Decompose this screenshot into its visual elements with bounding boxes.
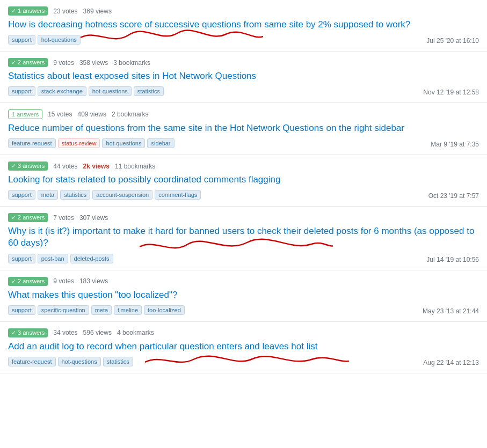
tag-meta[interactable]: meta (91, 305, 112, 315)
view-count: 183 views (79, 277, 108, 285)
question-bottom-row: supporthot-questionsJul 25 '20 at 16:10 (8, 35, 479, 45)
tag-account-suspension[interactable]: account-suspension (92, 190, 152, 200)
tags-row: supportmetastatisticsaccount-suspensionc… (8, 190, 201, 200)
tag-hot-questions[interactable]: hot-questions (102, 138, 145, 148)
question-item: ✓ 2 answers7 votes307 viewsWhy is it (is… (0, 207, 487, 270)
question-title[interactable]: How is decreasing hotness score of succe… (8, 19, 479, 31)
question-bottom-row: supportmetastatisticsaccount-suspensionc… (8, 190, 479, 200)
tags-row: supporthot-questions (8, 35, 81, 45)
tag-timeline[interactable]: timeline (114, 305, 142, 315)
view-count: 369 views (83, 8, 112, 15)
tag-feature-request[interactable]: feature-request (8, 357, 56, 366)
question-date: Jul 25 '20 at 16:10 (426, 37, 479, 45)
question-meta-top: 1 answers15 votes409 views2 bookmarks (8, 109, 479, 119)
tag-hot-questions[interactable]: hot-questions (58, 357, 101, 366)
tag-support[interactable]: support (8, 190, 35, 200)
bookmark-count: 3 bookmarks (113, 59, 150, 67)
tag-too-localized[interactable]: too-localized (144, 305, 185, 315)
tags-row: feature-requesthot-questionsstatistics (8, 357, 133, 366)
question-bottom-row: supportpost-bandeleted-postsJul 14 '19 a… (8, 254, 479, 263)
tag-statistics[interactable]: statistics (134, 86, 164, 96)
question-item: ✓ 2 answers9 votes183 viewsWhat makes th… (0, 270, 487, 322)
question-title[interactable]: Why is it (is it?) important to make it … (8, 225, 479, 249)
question-meta-top: ✓ 2 answers9 votes358 views3 bookmarks (8, 58, 479, 67)
tag-comment-flags[interactable]: comment-flags (155, 190, 201, 200)
question-date: Aug 22 '14 at 12:13 (423, 359, 479, 366)
question-item: ✓ 3 answers34 votes596 views4 bookmarksA… (0, 322, 487, 373)
view-count: 596 views (83, 329, 112, 336)
tags-row: supportstack-exchangehot-questionsstatis… (8, 86, 164, 96)
tag-support[interactable]: support (8, 86, 35, 96)
question-title[interactable]: Looking for stats related to possibly co… (8, 174, 479, 186)
view-count: 307 views (79, 214, 108, 222)
question-meta-top: ✓ 2 answers7 votes307 views (8, 213, 479, 222)
question-date: May 23 '13 at 21:44 (423, 307, 479, 315)
question-meta-top: ✓ 3 answers44 votes2k views11 bookmarks (8, 161, 479, 171)
vote-count: 23 votes (53, 8, 77, 15)
vote-count: 34 votes (53, 329, 77, 336)
question-title[interactable]: Add an audit log to record when particul… (8, 341, 479, 352)
question-title[interactable]: What makes this question "too localized"… (8, 289, 479, 301)
tag-status-review[interactable]: status-review (58, 138, 100, 148)
view-count: 2k views (83, 163, 110, 170)
question-date: Oct 23 '19 at 7:57 (428, 192, 479, 200)
tag-statistics[interactable]: statistics (103, 357, 133, 366)
question-bottom-row: supportstack-exchangehot-questionsstatis… (8, 86, 479, 96)
question-item: 1 answers15 votes409 views2 bookmarksRed… (0, 103, 487, 155)
question-title[interactable]: Reduce number of questions from the same… (8, 122, 479, 134)
question-meta-top: ✓ 3 answers34 votes596 views4 bookmarks (8, 328, 479, 337)
vote-count: 9 votes (53, 277, 74, 285)
tag-support[interactable]: support (8, 35, 35, 45)
tag-specific-question[interactable]: specific-question (38, 305, 89, 315)
answer-count-badge: ✓ 2 answers (8, 213, 48, 222)
view-count: 358 views (79, 59, 108, 67)
answer-count-badge: ✓ 3 answers (8, 161, 48, 171)
tag-support[interactable]: support (8, 305, 35, 315)
tag-deleted-posts[interactable]: deleted-posts (70, 254, 113, 263)
vote-count: 9 votes (53, 59, 74, 67)
tag-hot-questions[interactable]: hot-questions (89, 86, 132, 96)
answer-count-badge: ✓ 2 answers (8, 58, 48, 67)
question-item: ✓ 1 answers23 votes369 viewsHow is decre… (0, 0, 487, 52)
tag-stack-exchange[interactable]: stack-exchange (38, 86, 86, 96)
question-bottom-row: supportspecific-questionmetatimelinetoo-… (8, 305, 479, 315)
tag-sidebar[interactable]: sidebar (147, 138, 174, 148)
question-date: Mar 9 '19 at 7:35 (431, 141, 479, 148)
tags-row: supportspecific-questionmetatimelinetoo-… (8, 305, 185, 315)
tag-feature-request[interactable]: feature-request (8, 138, 56, 148)
tag-hot-questions[interactable]: hot-questions (38, 35, 81, 45)
answer-count-badge: ✓ 1 answers (8, 6, 48, 16)
question-meta-top: ✓ 1 answers23 votes369 views (8, 6, 479, 16)
bookmark-count: 11 bookmarks (115, 163, 155, 170)
tag-support[interactable]: support (8, 254, 35, 263)
bookmark-count: 4 bookmarks (117, 329, 154, 336)
bookmark-count: 2 bookmarks (112, 111, 149, 118)
question-item: ✓ 2 answers9 votes358 views3 bookmarksSt… (0, 52, 487, 103)
tags-row: supportpost-bandeleted-posts (8, 254, 113, 263)
tags-row: feature-requeststatus-reviewhot-question… (8, 138, 175, 148)
tag-meta[interactable]: meta (38, 190, 58, 200)
question-bottom-row: feature-requeststatus-reviewhot-question… (8, 138, 479, 148)
question-meta-top: ✓ 2 answers9 votes183 views (8, 277, 479, 286)
answer-count-badge: 1 answers (8, 109, 42, 119)
tag-statistics[interactable]: statistics (60, 190, 90, 200)
view-count: 409 views (78, 111, 106, 118)
tag-post-ban[interactable]: post-ban (38, 254, 68, 263)
vote-count: 15 votes (48, 111, 72, 118)
vote-count: 7 votes (53, 214, 74, 222)
question-list: ✓ 1 answers23 votes369 viewsHow is decre… (0, 0, 487, 373)
question-item: ✓ 3 answers44 votes2k views11 bookmarksL… (0, 155, 487, 207)
question-title[interactable]: Statistics about least exposed sites in … (8, 70, 479, 82)
question-date: Jul 14 '19 at 10:56 (426, 256, 479, 263)
question-bottom-row: feature-requesthot-questionsstatisticsAu… (8, 357, 479, 366)
answer-count-badge: ✓ 3 answers (8, 328, 48, 337)
answer-count-badge: ✓ 2 answers (8, 277, 48, 286)
vote-count: 44 votes (53, 163, 77, 170)
question-date: Nov 12 '19 at 12:58 (423, 89, 479, 96)
